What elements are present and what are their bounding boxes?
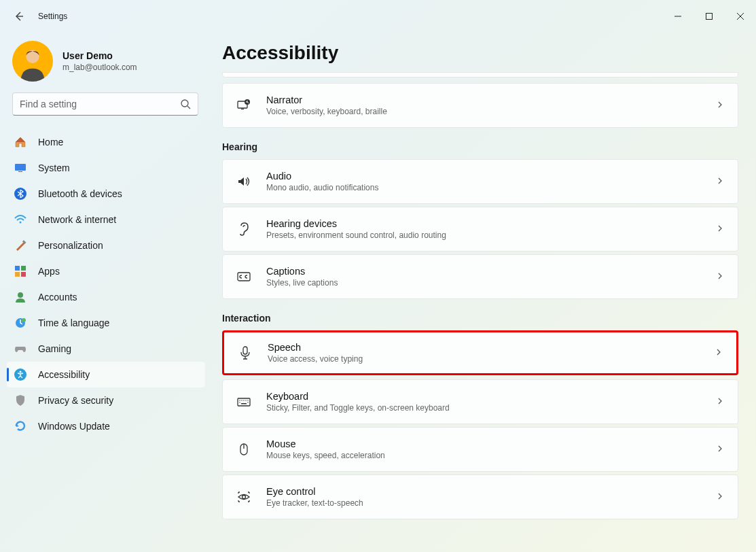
system-icon	[14, 161, 27, 175]
card-eye-control[interactable]: Eye controlEye tracker, text-to-speech	[222, 475, 738, 519]
svg-rect-23	[243, 347, 247, 354]
card-desc: Presets, environment sound control, audi…	[266, 230, 446, 240]
svg-rect-12	[21, 266, 26, 271]
window-controls	[662, 5, 756, 27]
nav-label: Time & language	[38, 317, 109, 328]
nav-accessibility[interactable]: Accessibility	[7, 362, 205, 387]
user-email: m_lab@outlook.com	[62, 63, 137, 72]
nav-label: Accounts	[38, 292, 77, 303]
app-title: Settings	[38, 12, 67, 21]
maximize-button[interactable]	[694, 5, 725, 27]
audio-icon	[236, 174, 251, 189]
shield-icon	[14, 394, 27, 407]
card-title: Narrator	[266, 94, 387, 105]
card-speech[interactable]: SpeechVoice access, voice typing	[222, 330, 738, 375]
card-hearing-devices[interactable]: Hearing devicesPresets, environment soun…	[222, 207, 738, 252]
nav-label: Bluetooth & devices	[38, 188, 122, 199]
narrator-icon	[236, 98, 251, 113]
chevron-right-icon	[716, 175, 724, 188]
chevron-right-icon	[716, 223, 724, 235]
card-keyboard[interactable]: KeyboardSticky, Filter, and Toggle keys,…	[222, 379, 738, 424]
back-button[interactable]	[12, 10, 26, 23]
svg-point-17	[22, 318, 26, 322]
card-title: Captions	[266, 266, 338, 277]
user-profile[interactable]: User Demo m_lab@outlook.com	[0, 38, 211, 92]
card-title: Audio	[266, 171, 378, 182]
home-icon	[14, 135, 27, 149]
svg-point-28	[245, 400, 246, 400]
wifi-icon	[14, 213, 27, 226]
chevron-right-icon	[716, 271, 724, 283]
search-box[interactable]	[12, 92, 198, 116]
nav-label: Windows Update	[38, 421, 110, 432]
card-captions[interactable]: CaptionsStyles, live captions	[222, 254, 738, 299]
section-hearing: Hearing	[222, 141, 748, 152]
nav-personalization[interactable]: Personalization	[7, 232, 205, 258]
card-desc: Eye tracker, text-to-speech	[266, 498, 363, 508]
nav-gaming[interactable]: Gaming	[7, 336, 205, 362]
nav-apps[interactable]: Apps	[7, 258, 205, 284]
search-icon	[180, 99, 191, 112]
svg-rect-1	[706, 14, 713, 20]
clock-icon	[14, 316, 27, 330]
accessibility-icon	[14, 368, 27, 381]
keyboard-icon	[236, 394, 251, 409]
nav-label: Network & internet	[38, 214, 116, 225]
svg-rect-13	[15, 272, 20, 277]
svg-point-27	[243, 400, 244, 400]
svg-point-5	[181, 100, 188, 107]
nav-privacy[interactable]: Privacy & security	[7, 387, 205, 413]
nav-bluetooth[interactable]: Bluetooth & devices	[7, 181, 205, 207]
svg-rect-32	[241, 403, 247, 404]
eye-icon	[236, 489, 251, 504]
search-input[interactable]	[13, 99, 198, 109]
svg-point-26	[241, 400, 242, 400]
svg-point-30	[239, 402, 240, 402]
svg-point-9	[20, 222, 22, 224]
nav-accounts[interactable]: Accounts	[7, 284, 205, 310]
nav-label: Gaming	[38, 343, 71, 354]
card-title: Keyboard	[266, 391, 450, 402]
card-desc: Voice, verbosity, keyboard, braille	[266, 107, 387, 116]
svg-rect-7	[15, 164, 26, 171]
card-desc: Sticky, Filter, and Toggle keys, on-scre…	[266, 403, 450, 413]
user-name: User Demo	[62, 50, 137, 61]
card-mouse[interactable]: MouseMouse keys, speed, acceleration	[222, 427, 738, 472]
card-desc: Mono audio, audio notifications	[266, 183, 378, 192]
card-desc: Voice access, voice typing	[268, 354, 363, 364]
card-narrator[interactable]: NarratorVoice, verbosity, keyboard, brai…	[222, 83, 738, 128]
microphone-icon	[238, 345, 253, 360]
card-desc: Mouse keys, speed, acceleration	[266, 451, 385, 460]
nav-time[interactable]: Time & language	[7, 310, 205, 336]
nav-label: Apps	[38, 266, 60, 277]
main-content: Accessibility NarratorVoice, verbosity, …	[222, 33, 748, 552]
previous-card-edge	[222, 72, 738, 77]
titlebar: Settings	[0, 0, 756, 33]
chevron-right-icon	[716, 443, 724, 455]
svg-rect-20	[241, 109, 244, 109]
chevron-right-icon	[716, 396, 724, 408]
brush-icon	[14, 239, 27, 252]
card-title: Hearing devices	[266, 218, 446, 229]
sidebar: User Demo m_lab@outlook.com Home System …	[0, 33, 211, 552]
card-desc: Styles, live captions	[266, 278, 338, 288]
nav-list: Home System Bluetooth & devices Network …	[0, 125, 211, 439]
svg-point-15	[18, 292, 23, 298]
close-button[interactable]	[725, 5, 756, 27]
avatar	[12, 41, 53, 82]
update-icon	[14, 419, 27, 433]
nav-home[interactable]: Home	[7, 129, 205, 155]
svg-point-29	[247, 400, 248, 400]
minimize-button[interactable]	[662, 5, 694, 27]
chevron-right-icon	[715, 347, 723, 359]
captions-icon	[236, 269, 251, 284]
card-title: Speech	[268, 342, 363, 353]
card-title: Mouse	[266, 438, 385, 449]
nav-update[interactable]: Windows Update	[7, 413, 205, 439]
card-audio[interactable]: AudioMono audio, audio notifications	[222, 159, 738, 204]
nav-network[interactable]: Network & internet	[7, 207, 205, 232]
nav-label: Privacy & security	[38, 395, 113, 406]
apps-icon	[14, 264, 27, 278]
nav-label: Home	[38, 137, 63, 148]
nav-system[interactable]: System	[7, 155, 205, 181]
